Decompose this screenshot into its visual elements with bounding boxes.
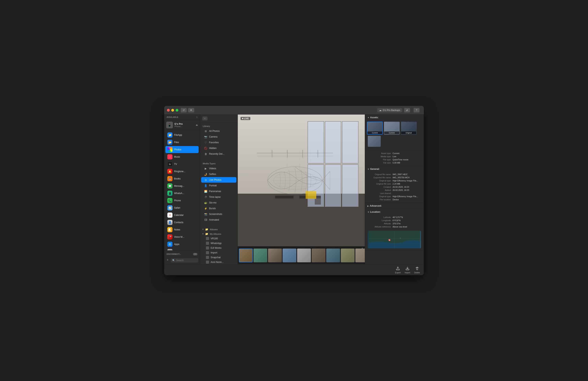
asset-thumb-original-1[interactable]: Original: [401, 122, 417, 134]
ps-item-bursts[interactable]: ⚡ Bursts: [201, 206, 236, 211]
photos-sidebar-topbar: ‹: [200, 114, 238, 123]
eye-button[interactable]: 👁: [188, 108, 194, 112]
help-button[interactable]: ?: [414, 108, 420, 112]
selfies-label: Selfies: [209, 173, 216, 176]
ps-item-selfies[interactable]: 🤳 Selfies: [201, 171, 236, 177]
album-anni[interactable]: Anni Nonn...: [200, 260, 238, 264]
sync-button[interactable]: ⇄: [404, 108, 410, 112]
sidebar-item-whatsapp[interactable]: 📱 WhatsA...: [165, 190, 199, 197]
sidebar-item-tv[interactable]: tv TV: [165, 161, 199, 168]
latitude-val: 46°11'57"N: [393, 216, 421, 219]
sidebar-item-voicememo[interactable]: 🎤 Voice M...: [165, 233, 199, 241]
sidebar-item-apps[interactable]: ⚙️ Apps: [165, 241, 199, 248]
voicememo-label: Voice M...: [174, 236, 185, 238]
location-map[interactable]: [368, 231, 421, 248]
album-vr180[interactable]: VR180: [200, 236, 238, 241]
thumbnail-item[interactable]: [297, 248, 311, 262]
thumbnail-item[interactable]: [326, 248, 340, 262]
allphotos-icon: ⊞: [204, 129, 208, 133]
location-title: Location:: [370, 211, 381, 213]
svg-point-19: [389, 240, 390, 241]
sidebar-item-music[interactable]: ♪ Music: [165, 153, 199, 160]
delete-button[interactable]: Delete: [414, 266, 420, 274]
general-section-header[interactable]: ▼ General:: [365, 166, 424, 172]
ps-item-livephotos[interactable]: ⊙ Live Photos: [201, 177, 236, 183]
ps-item-hidden[interactable]: 🚫 Hidden: [201, 145, 236, 151]
maximize-button[interactable]: [176, 109, 178, 112]
ps-item-videos[interactable]: ▶ Videos: [201, 166, 236, 171]
album-snapchat[interactable]: Snapchat: [200, 255, 238, 260]
back-icon: ‹: [205, 117, 205, 120]
add-app-button[interactable]: +: [166, 258, 169, 262]
thumbnail-item[interactable]: [355, 248, 365, 262]
sidebar-item-notes[interactable]: 📝 Notes: [165, 226, 199, 233]
notes-label: Notes: [174, 228, 180, 231]
ps-item-recently-deleted[interactable]: 🗑 Recently Del...: [201, 151, 236, 157]
thumbnail-item[interactable]: [268, 248, 282, 262]
scroll-up-icon[interactable]: ▲: [361, 247, 363, 249]
advanced-section-header[interactable]: ▶ Advanced:: [365, 203, 424, 209]
sidebar-item-files[interactable]: 📂 Files: [165, 139, 199, 146]
ps-item-screenshots[interactable]: 📸 Screenshots: [201, 211, 236, 217]
sidebar-item-calendar[interactable]: 4 Calendar: [165, 212, 199, 219]
eject-icon[interactable]: ⏏: [196, 124, 198, 126]
photos-label: Photos: [174, 148, 181, 151]
sidebar-item-books[interactable]: 📚 Books: [165, 175, 199, 182]
sidebar-item-profiles[interactable]: ⚙ Profiles: [165, 248, 199, 250]
sidebar-item-fileapp[interactable]: 📁 FileApp: [165, 132, 199, 138]
device-icon: 📱: [166, 122, 173, 128]
sidebar-item-phone[interactable]: 📞 Phone: [165, 197, 199, 204]
myalbums-label: My Albums: [210, 233, 221, 235]
sidebar-search[interactable]: 🔍: [171, 258, 198, 263]
sidebar-item-safari[interactable]: 🧭 Safari: [165, 204, 199, 211]
ps-item-slowmo[interactable]: 🐢 Slo-mo: [201, 200, 236, 205]
sidebar-item-photos[interactable]: Photos: [165, 146, 199, 153]
album-djiworks[interactable]: DJI Works: [200, 246, 238, 250]
sidebar-item-messages[interactable]: 💬 Messag...: [165, 182, 199, 190]
albums-folder-icon: 📁: [205, 228, 208, 231]
search-input[interactable]: [176, 259, 197, 262]
ps-item-allphotos[interactable]: ⊞ All Photos: [201, 128, 236, 134]
my-albums-header[interactable]: ▼ 📁 My Albums: [200, 232, 238, 236]
profiles-icon: ⚙: [167, 249, 172, 250]
title-bar: ↺ 👁 ☁ G's Pro Backups ⇄ ?: [164, 106, 424, 114]
asset-thumb-current-1[interactable]: Current: [367, 122, 383, 134]
sidebar-item-ringtone[interactable]: 🔔 Ringtone...: [165, 168, 199, 175]
refresh-button[interactable]: ↺: [181, 108, 187, 112]
videos-label: Videos: [209, 167, 216, 170]
thumbnail-item[interactable]: [341, 248, 355, 262]
cloud-backup-label[interactable]: ☁ G's Pro Backups: [377, 108, 402, 112]
albums-header[interactable]: ▼ 📁 Albums: [200, 227, 238, 232]
recently-deleted-label: Recently Del...: [209, 153, 224, 155]
close-button[interactable]: [167, 109, 170, 112]
device-row[interactable]: 📱 G's Pro iPhone... ⏏: [164, 120, 200, 130]
album-whatsapp[interactable]: WhatsApp: [200, 241, 238, 246]
timelapse-label: Time-lapse: [209, 196, 221, 198]
original-type-key: Original type:: [368, 179, 391, 182]
thumbnail-item[interactable]: [312, 248, 325, 262]
ps-item-favorites[interactable]: ♡ Favorites: [201, 140, 236, 145]
panoramas-label: Panoramas: [209, 190, 221, 193]
fileapp-icon: 📁: [167, 133, 172, 137]
minimize-button[interactable]: [171, 109, 174, 112]
title-bar-right: ☁ G's Pro Backups ⇄ ?: [377, 108, 421, 112]
asset-thumb-current-2[interactable]: Current: [384, 122, 399, 134]
ps-item-panoramas[interactable]: 🌅 Panoramas: [201, 189, 236, 194]
location-section-header[interactable]: ▼ Location:: [365, 209, 424, 215]
ps-item-timelapse[interactable]: ⏱ Time-lapse: [201, 194, 236, 200]
thumbnail-item[interactable]: [253, 248, 267, 262]
back-button[interactable]: ‹: [202, 116, 208, 120]
advanced-arrow-icon: ▶: [367, 205, 369, 207]
thumbnail-item[interactable]: [283, 248, 296, 262]
ps-item-animated[interactable]: 🎞 Animated: [201, 217, 236, 223]
ps-item-camera[interactable]: 📷 Camera: [201, 134, 236, 139]
sidebar-item-contacts[interactable]: 👤 Contacts: [165, 219, 199, 226]
export-button[interactable]: Export: [395, 266, 401, 274]
import-button[interactable]: Import: [405, 266, 410, 274]
album-snapchat-label: Snapchat: [211, 256, 221, 259]
assets-section-header[interactable]: ▼ Assets:: [365, 114, 424, 120]
album-import[interactable]: Import: [200, 250, 238, 255]
ps-item-portrait[interactable]: 👤 Portrait: [201, 183, 236, 188]
asset-thumb-original-2[interactable]: [368, 136, 381, 147]
thumbnail-item[interactable]: [239, 248, 253, 262]
